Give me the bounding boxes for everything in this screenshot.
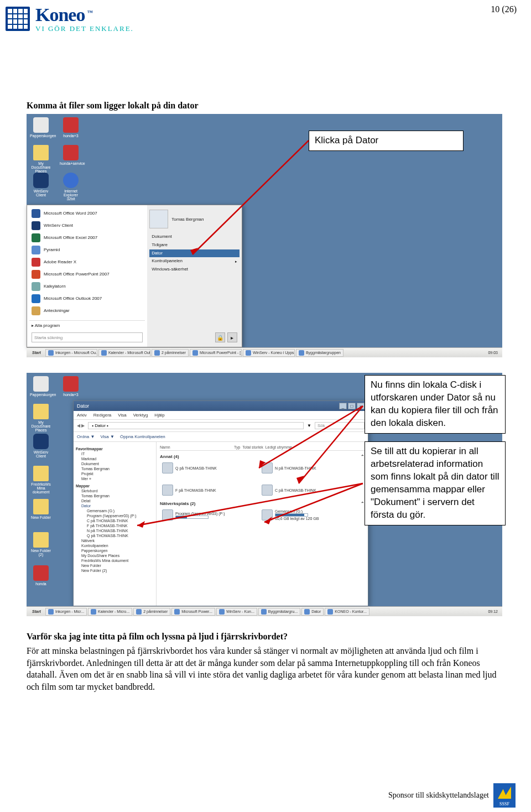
start-button[interactable]: Start: [29, 610, 44, 613]
icon-recycle-bin[interactable]: Papperskorgen: [30, 376, 52, 397]
start-item[interactable]: Microsoft Office Outlook 2007: [29, 293, 145, 305]
toolbar-button[interactable]: Öppna Kontrollpanelen: [120, 434, 165, 439]
start-item[interactable]: Anteckningar: [29, 305, 145, 317]
icon-docushare[interactable]: My DocuShare Places: [30, 145, 52, 173]
taskbar-item[interactable]: Inkorgen - Microsoft Ou...: [45, 349, 97, 357]
start-item[interactable]: Pyramid: [29, 244, 145, 256]
start-item[interactable]: WinServ Client: [29, 220, 145, 232]
drive-item[interactable]: N på THOMASB-THINK: [262, 462, 339, 473]
icon-recycle-bin[interactable]: Papperskorgen: [30, 117, 52, 138]
start-item[interactable]: Microsoft Office Word 2007: [29, 207, 145, 220]
taskbar-item[interactable]: KONEO - Kontor...: [325, 608, 369, 616]
drive-item[interactable]: Program (\\appserver03) (P:): [162, 509, 240, 520]
tree-item[interactable]: Skrivbord: [76, 488, 154, 493]
taskbar-item[interactable]: Dator: [301, 608, 324, 616]
minimize-icon[interactable]: _: [339, 403, 347, 409]
explorer-titlebar[interactable]: Dator _□×: [74, 401, 368, 411]
start-lock-buttons[interactable]: 🔒▸: [152, 332, 237, 342]
menu-item[interactable]: Arkiv: [77, 413, 87, 418]
explorer-tree[interactable]: Favoritmappar IT Marknad Dokument Tomas …: [74, 442, 157, 606]
start-place-kontrollpanelen[interactable]: Kontrollpanelen▸: [149, 257, 240, 266]
tree-item[interactable]: Tomas Bergman: [76, 466, 154, 471]
explorer-window[interactable]: Dator _□× Arkiv Redigera Visa Verktyg Hj…: [73, 400, 368, 606]
taskbar-item[interactable]: Byggmästargru...: [258, 608, 300, 616]
explorer-main[interactable]: Namn Typ Total storlek Ledigt utrymme An…: [157, 442, 368, 606]
tree-item[interactable]: C på THOMASB-THINK: [76, 518, 154, 523]
start-place-tidigare[interactable]: Tidigare: [149, 241, 240, 249]
lock-icon[interactable]: 🔒: [215, 332, 225, 342]
drive-item[interactable]: Q på THOMASB-THINK: [162, 462, 240, 473]
start-user[interactable]: Tomas Bergman: [149, 207, 240, 233]
start-item[interactable]: Kalkylatorn: [29, 280, 145, 293]
tree-item[interactable]: Projekt: [76, 471, 154, 476]
icon-winserv[interactable]: WinServ Client: [30, 173, 52, 197]
tree-item[interactable]: Dokument: [76, 461, 154, 466]
icon-pdf[interactable]: honda+3: [60, 376, 82, 397]
taskbar[interactable]: Start Inkorgen - Micr... Kalender - Micr…: [27, 606, 502, 616]
start-menu[interactable]: Microsoft Office Word 2007 WinServ Clien…: [27, 205, 242, 347]
tree-item[interactable]: New Folder: [76, 563, 154, 568]
taskbar-item[interactable]: 2 påminnelser: [152, 349, 189, 357]
tree-item[interactable]: Marknad: [76, 456, 154, 461]
collapse-icon[interactable]: ⌃: [361, 454, 365, 459]
tree-item[interactable]: Q på THOMASB-THINK: [76, 533, 154, 538]
taskbar-item[interactable]: WinServ - Koneo i Upps...: [243, 349, 295, 357]
taskbar-item[interactable]: WinServ - Kon...: [216, 608, 257, 616]
icon-winserv[interactable]: WinServ Client: [30, 434, 52, 458]
tree-item[interactable]: My DocuShare Places: [76, 553, 154, 558]
tree-item[interactable]: New Folder (2): [76, 568, 154, 573]
window-controls[interactable]: _□×: [339, 403, 365, 409]
explorer-address-bar[interactable]: ◀ ▶ • Dator • ▼ Sök: [74, 420, 368, 432]
menu-item[interactable]: Hjälp: [154, 413, 164, 418]
maximize-icon[interactable]: □: [348, 403, 356, 409]
menu-item[interactable]: Visa: [118, 413, 126, 418]
tree-item[interactable]: IT: [76, 451, 154, 456]
tree-item[interactable]: Program (\\appserver03) (P:): [76, 513, 154, 518]
drive-item[interactable]: C på THOMASB-THINK: [262, 485, 339, 496]
start-item[interactable]: Adobe Reader X: [29, 256, 145, 268]
arrow-icon[interactable]: ▸: [227, 332, 237, 342]
tree-item[interactable]: Nätverk: [76, 538, 154, 543]
explorer-search-input[interactable]: Sök: [315, 422, 365, 429]
icon-folder[interactable]: My DocuShare Places: [30, 404, 52, 432]
icon-folder[interactable]: New Folder (2): [30, 532, 52, 556]
icon-folder[interactable]: FredriksWs Mina dokument: [30, 466, 52, 494]
explorer-toolbar[interactable]: Ordna ▼ Visa ▼ Öppna Kontrollpanelen: [74, 432, 368, 442]
tree-item[interactable]: Gemensam (G:): [76, 508, 154, 513]
icon-folder[interactable]: New Folder: [30, 499, 52, 519]
start-item[interactable]: Microsoft Office PowerPoint 2007: [29, 268, 145, 280]
tree-item-dator[interactable]: Dator: [76, 503, 154, 508]
taskbar-item[interactable]: Microsoft PowerPoint - [ ...: [190, 349, 242, 357]
taskbar-item[interactable]: Inkorgen - Micr...: [45, 608, 87, 616]
tree-item[interactable]: Mer »: [76, 476, 154, 481]
menu-item[interactable]: Verktyg: [133, 413, 148, 418]
taskbar-item[interactable]: Byggmästargruppen: [296, 349, 343, 357]
taskbar-item[interactable]: Kalender - Micro...: [88, 608, 132, 616]
start-item[interactable]: Microsoft Office Excel 2007: [29, 232, 145, 244]
icon-pdf[interactable]: honda+3: [60, 117, 82, 138]
tree-item[interactable]: FredriksWs Mina dokument: [76, 558, 154, 563]
start-search-input[interactable]: Starta sökning: [32, 332, 143, 342]
menu-item[interactable]: Redigera: [93, 413, 111, 418]
tree-item[interactable]: Delat: [76, 498, 154, 503]
all-programs[interactable]: ▸ Alla program: [29, 320, 145, 330]
breadcrumb[interactable]: • Dator •: [88, 422, 304, 429]
icon-pdf[interactable]: honda: [30, 565, 52, 586]
toolbar-button[interactable]: Visa ▼: [100, 434, 114, 439]
tree-item[interactable]: Tomas Bergman: [76, 493, 154, 498]
taskbar-item[interactable]: 2 påminnelser: [133, 608, 170, 616]
icon-ie[interactable]: Internet Explorer 32bit: [60, 173, 82, 201]
start-place-winsec[interactable]: Windows-säkerhet: [149, 266, 240, 274]
taskbar-item[interactable]: Kalender - Microsoft Out...: [98, 349, 150, 357]
taskbar[interactable]: Start Inkorgen - Microsoft Ou... Kalende…: [27, 347, 502, 357]
start-button[interactable]: Start: [29, 351, 44, 355]
icon-pdf[interactable]: honda+service: [60, 145, 82, 165]
collapse-icon[interactable]: ⌃: [361, 501, 365, 506]
tree-item[interactable]: F på THOMASB-THINK: [76, 523, 154, 528]
taskbar-item[interactable]: Microsoft Power...: [171, 608, 215, 616]
tree-item[interactable]: N på THOMASB-THINK: [76, 528, 154, 533]
start-place-dokument[interactable]: Dokument: [149, 233, 240, 241]
explorer-menubar[interactable]: Arkiv Redigera Visa Verktyg Hjälp: [74, 411, 368, 420]
tree-item[interactable]: Papperskorgen: [76, 548, 154, 553]
drive-item[interactable]: Gemensam (G:)10,6 GB ledigt av 120 GB: [262, 509, 339, 520]
